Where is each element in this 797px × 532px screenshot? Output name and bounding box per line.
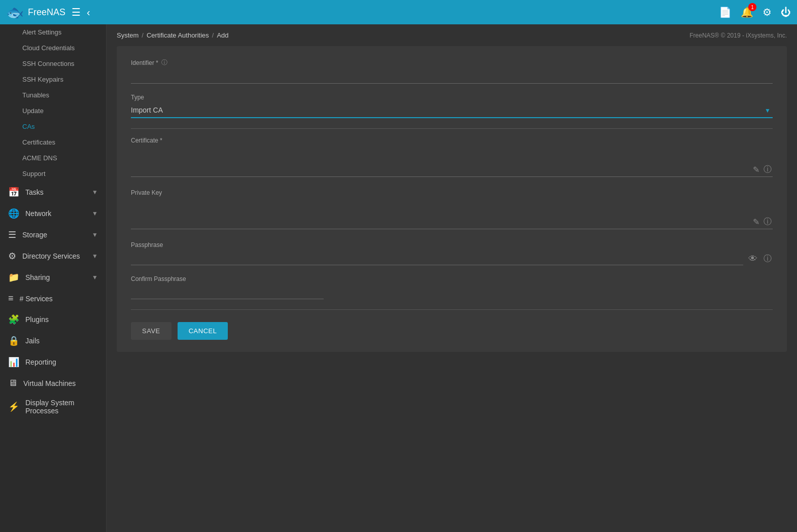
services-icon: ≡ — [8, 293, 14, 304]
topbar-left: 🐟 FreeNAS ☰ ‹ — [6, 4, 90, 21]
network-icon: 🌐 — [8, 208, 19, 219]
confirm-passphrase-label: Confirm Passphrase — [131, 275, 773, 282]
sidebar-item-network[interactable]: 🌐 Network ▼ — [0, 203, 106, 224]
save-button[interactable]: SAVE — [131, 322, 171, 340]
sidebar-item-storage[interactable]: ☰ Storage ▼ — [0, 224, 106, 245]
topbar-right: 📄 🔔 1 ⚙ ⏻ — [719, 6, 791, 18]
sidebar-item-support[interactable]: Support — [0, 166, 106, 182]
sidebar-item-display-system-processes[interactable]: ⚡ Display System Processes — [0, 394, 106, 420]
breadcrumb-certificate-authorities[interactable]: Certificate Authorities — [147, 31, 209, 39]
tasks-icon: 📅 — [8, 187, 19, 198]
power-icon[interactable]: ⏻ — [781, 7, 791, 18]
breadcrumb-system[interactable]: System — [117, 31, 138, 39]
reporting-icon: 📊 — [8, 357, 19, 368]
topbar: 🐟 FreeNAS ☰ ‹ 📄 🔔 1 ⚙ ⏻ — [0, 0, 797, 24]
notifications[interactable]: 🔔 1 — [741, 6, 753, 18]
sidebar-item-alert-settings[interactable]: Alert Settings — [0, 24, 106, 40]
sidebar-item-tunables[interactable]: Tunables — [0, 87, 106, 103]
sidebar-item-tasks[interactable]: 📅 Tasks ▼ — [0, 182, 106, 203]
sharing-icon: 📁 — [8, 272, 19, 283]
services-label: # Services — [20, 295, 98, 303]
cas-label: CAs — [22, 123, 35, 130]
sidebar: Alert Settings Cloud Credentials SSH Con… — [0, 24, 107, 532]
divider-2 — [131, 309, 773, 310]
sidebar-item-plugins[interactable]: 🧩 Plugins — [0, 309, 106, 330]
breadcrumb: System / Certificate Authorities / Add — [117, 31, 229, 39]
notif-count: 1 — [748, 3, 756, 11]
sidebar-item-cloud-credentials[interactable]: Cloud Credentials — [0, 40, 106, 56]
sidebar-item-cas[interactable]: CAs — [0, 119, 106, 134]
jails-label: Jails — [25, 337, 98, 345]
display-system-processes-label: Display System Processes — [25, 399, 98, 415]
sharing-label: Sharing — [25, 273, 86, 281]
passphrase-help-icon[interactable]: ⓘ — [763, 253, 773, 265]
sidebar-item-directory-services[interactable]: ⚙ Directory Services ▼ — [0, 245, 106, 267]
logo: 🐟 FreeNAS — [6, 4, 65, 21]
identifier-help-icon[interactable]: ⓘ — [161, 58, 167, 67]
type-select[interactable]: Internal CA Intermediate CA Import CA — [131, 103, 773, 118]
breadcrumb-add: Add — [217, 31, 228, 39]
sidebar-item-ssh-connections[interactable]: SSH Connections — [0, 56, 106, 72]
certificate-textarea[interactable] — [131, 146, 773, 177]
type-select-wrapper: Internal CA Intermediate CA Import CA — [131, 103, 773, 118]
form-card: Identifier * ⓘ Type Internal CA Intermed… — [117, 46, 787, 352]
cancel-button[interactable]: CANCEL — [178, 322, 228, 340]
private-key-row: Private Key ✎ ⓘ — [131, 189, 773, 231]
sidebar-item-sharing[interactable]: 📁 Sharing ▼ — [0, 267, 106, 288]
sidebar-item-virtual-machines[interactable]: 🖥 Virtual Machines — [0, 373, 106, 394]
storage-icon: ☰ — [8, 229, 16, 240]
storage-label: Storage — [22, 231, 86, 239]
form-actions: SAVE CANCEL — [131, 322, 773, 340]
private-key-icons: ✎ ⓘ — [752, 216, 773, 228]
display-system-processes-icon: ⚡ — [8, 401, 19, 412]
certificate-edit-icon[interactable]: ✎ — [752, 164, 760, 175]
certificate-help-icon[interactable]: ⓘ — [763, 163, 773, 176]
version-text: FreeNAS® © 2019 - iXsystems, Inc. — [689, 32, 787, 39]
private-key-label: Private Key — [131, 189, 773, 196]
type-row: Type Internal CA Intermediate CA Import … — [131, 94, 773, 118]
directory-services-icon: ⚙ — [8, 251, 16, 262]
certificate-label: Certificate * — [131, 137, 773, 144]
confirm-passphrase-input[interactable] — [131, 285, 324, 299]
support-label: Support — [22, 170, 46, 178]
sidebar-item-update[interactable]: Update — [0, 103, 106, 119]
private-key-textarea[interactable] — [131, 198, 773, 229]
network-label: Network — [25, 209, 86, 218]
back-icon[interactable]: ‹ — [87, 7, 90, 18]
logo-text: FreeNAS — [28, 7, 65, 18]
ssh-connections-label: SSH Connections — [22, 60, 75, 67]
private-key-edit-icon[interactable]: ✎ — [752, 216, 760, 228]
tunables-label: Tunables — [22, 91, 49, 99]
sidebar-item-ssh-keypairs[interactable]: SSH Keypairs — [0, 72, 106, 87]
ssh-keypairs-label: SSH Keypairs — [22, 76, 63, 83]
identifier-row: Identifier * ⓘ — [131, 58, 773, 84]
network-arrow: ▼ — [92, 210, 98, 217]
storage-arrow: ▼ — [92, 231, 98, 238]
sidebar-item-jails[interactable]: 🔒 Jails — [0, 330, 106, 351]
alert-settings-label: Alert Settings — [22, 28, 61, 36]
sidebar-item-certificates[interactable]: Certificates — [0, 134, 106, 150]
reporting-label: Reporting — [25, 358, 98, 366]
plugins-label: Plugins — [25, 315, 98, 324]
breadcrumb-sep2: / — [212, 31, 214, 39]
cloud-credentials-label: Cloud Credentials — [22, 44, 75, 52]
confirm-passphrase-row: Confirm Passphrase — [131, 275, 773, 299]
settings-icon[interactable]: ⚙ — [763, 6, 772, 18]
type-label: Type — [131, 94, 773, 101]
sidebar-item-services[interactable]: ≡ # Services — [0, 288, 106, 309]
passphrase-input-row: 👁 ⓘ — [131, 251, 773, 265]
identifier-input[interactable] — [131, 69, 773, 84]
menu-icon[interactable]: ☰ — [72, 6, 81, 18]
passphrase-input[interactable] — [131, 251, 743, 265]
private-key-help-icon[interactable]: ⓘ — [763, 216, 773, 228]
passphrase-visibility-icon[interactable]: 👁 — [747, 253, 758, 265]
jails-icon: 🔒 — [8, 335, 19, 346]
sidebar-item-reporting[interactable]: 📊 Reporting — [0, 351, 106, 373]
logo-icon: 🐟 — [6, 4, 24, 21]
plugins-icon: 🧩 — [8, 314, 19, 325]
passphrase-row: Passphrase 👁 ⓘ — [131, 241, 773, 265]
certificates-label: Certificates — [22, 138, 55, 146]
docs-icon[interactable]: 📄 — [719, 6, 732, 18]
virtual-machines-label: Virtual Machines — [23, 379, 98, 387]
sidebar-item-acme-dns[interactable]: ACME DNS — [0, 150, 106, 166]
